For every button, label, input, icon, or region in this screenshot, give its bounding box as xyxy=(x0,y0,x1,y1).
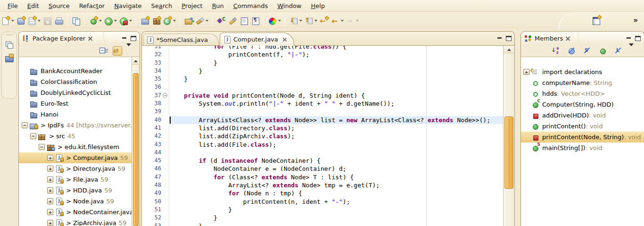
collapse-all-button[interactable] xyxy=(99,46,108,56)
menu-navigate[interactable]: Navigate xyxy=(109,1,146,11)
show-public-button[interactable] xyxy=(598,46,607,56)
member-item-computername[interactable]: computerName : String xyxy=(521,77,644,88)
member-item-hdds[interactable]: hdds : Vector<HDD> xyxy=(521,88,644,99)
tree-item-computer-java[interactable]: +> Computer.java59 xyxy=(19,152,132,163)
tree-item-nodecontainer-java[interactable]: +> NodeContainer.java59 xyxy=(19,207,132,218)
minimize-icon[interactable] xyxy=(627,36,632,41)
tree-item-node-java[interactable]: +> Node.java59 xyxy=(19,196,132,207)
code-line-40[interactable]: ArrayList<Class<? extends Node>> list = … xyxy=(169,116,503,124)
scroll-up-icon[interactable] xyxy=(504,46,514,53)
minimize-icon[interactable] xyxy=(122,36,127,41)
expander-icon[interactable]: + xyxy=(47,176,53,183)
code-line-42[interactable]: list.add(ZipArchiv.class); xyxy=(169,132,503,140)
print-button[interactable] xyxy=(53,15,64,27)
code-line-47[interactable]: for (Class<? extends Node> T : list) { xyxy=(169,173,503,181)
editor-scrollbar[interactable] xyxy=(503,46,514,226)
tree-item-edu-kit-filesystem[interactable]: −> edu.kit.filesystem xyxy=(19,142,132,152)
code-line-45[interactable]: if (d instanceof NodeContainer) { xyxy=(169,157,503,165)
close-icon[interactable] xyxy=(566,36,570,41)
code-line-32[interactable]: printContent(f, "|-"); xyxy=(169,50,503,59)
menu-run[interactable]: Run xyxy=(207,1,229,11)
tree-item-ziparchiv-java[interactable]: +> ZipArchiv.java59 xyxy=(19,218,132,226)
tree-item-src[interactable]: −> src45 xyxy=(19,131,132,142)
view-menu-button[interactable] xyxy=(126,46,136,56)
scroll-up-icon[interactable] xyxy=(132,57,140,65)
members-list[interactable]: +import declarationscomputerName : Strin… xyxy=(521,57,644,226)
next-annotation-button[interactable] xyxy=(288,15,303,27)
sort-button[interactable] xyxy=(551,46,561,56)
search-dropdown-icon[interactable] xyxy=(206,20,208,22)
code-line-52[interactable]: } xyxy=(169,214,503,222)
code-line-31[interactable]: for (File f : hdd.get(File.class)) { xyxy=(169,46,503,50)
menu-window[interactable]: Window xyxy=(272,1,306,11)
debug-dropdown-icon[interactable] xyxy=(99,20,102,22)
new-wizard-button[interactable] xyxy=(0,15,15,27)
tree-item-colorclassification[interactable]: ColorClassification xyxy=(19,76,132,87)
link-with-editor-button[interactable] xyxy=(113,46,122,56)
tree-item-bankaccountreader[interactable]: BankAccountReader xyxy=(19,66,132,76)
restore-views-icon[interactable] xyxy=(4,40,15,51)
code-line-48[interactable]: ArrayList<? extends Node> tmp = e.get(T)… xyxy=(169,181,503,189)
open-element-button[interactable] xyxy=(215,15,227,27)
code-line-34[interactable]: } xyxy=(169,67,503,75)
search-button[interactable] xyxy=(194,15,209,27)
member-item-printcontent[interactable]: printContent() : void xyxy=(521,121,644,132)
minimize-icon[interactable] xyxy=(497,36,503,41)
member-item-printcontent-node-string[interactable]: printContent(Node, String) : void xyxy=(521,132,644,142)
expander-icon[interactable]: + xyxy=(47,187,53,193)
code-line-39[interactable] xyxy=(169,108,503,116)
show-whitespace-button[interactable] xyxy=(249,15,261,27)
expander-icon[interactable]: + xyxy=(47,166,53,172)
menu-commands[interactable]: Commands xyxy=(229,1,273,11)
tree-item-euro-test[interactable]: Euro-Test xyxy=(19,98,132,109)
close-icon[interactable] xyxy=(88,36,93,41)
menu-file[interactable]: File xyxy=(3,1,23,11)
hide-fields-button[interactable] xyxy=(567,46,576,56)
code-line-36[interactable] xyxy=(169,83,503,91)
code-line-51[interactable]: } xyxy=(169,206,503,214)
tree-item-hdd-java[interactable]: +> HDD.java59 xyxy=(19,185,132,196)
java-perspective-icon[interactable] xyxy=(592,16,601,24)
expander-icon[interactable]: − xyxy=(22,122,28,128)
code-line-53[interactable]: } xyxy=(169,222,503,226)
menu-refactor[interactable]: Refactor xyxy=(74,1,110,11)
run-dropdown-icon[interactable] xyxy=(114,20,117,22)
back-button[interactable] xyxy=(330,15,345,27)
view-menu-button[interactable] xyxy=(629,46,638,56)
new-java-class-button[interactable] xyxy=(15,15,26,27)
back-dropdown-icon[interactable] xyxy=(341,20,344,22)
java-browsing-folder-icon[interactable] xyxy=(4,53,15,64)
color-palette-dropdown-icon[interactable] xyxy=(278,20,281,22)
mark-occurrences-button[interactable] xyxy=(227,15,238,27)
tree-item-file-java[interactable]: +> File.java59 xyxy=(19,174,132,185)
member-item-adddrive-hdd[interactable]: addDrive(HDD) : void xyxy=(521,110,644,121)
code-line-44[interactable] xyxy=(169,149,503,157)
show-selected-source-button[interactable] xyxy=(238,15,249,27)
menu-project[interactable]: Project xyxy=(177,1,207,11)
previous-annotation-button[interactable] xyxy=(303,15,318,27)
expander-icon[interactable]: + xyxy=(523,69,529,75)
menu-help[interactable]: Help xyxy=(306,1,330,11)
close-tab-icon[interactable] xyxy=(283,37,287,42)
maximize-icon[interactable] xyxy=(131,36,136,41)
menu-search[interactable]: Search xyxy=(147,1,177,11)
new-element-dropdown-icon[interactable] xyxy=(38,20,41,22)
code-line-50[interactable]: printContent(n, ident + "-"); xyxy=(169,198,503,206)
code-line-33[interactable]: } xyxy=(169,59,503,67)
debug-button[interactable] xyxy=(88,15,103,27)
new-class-button[interactable] xyxy=(162,15,177,27)
document-pair-button[interactable] xyxy=(70,15,82,27)
open-resource-button[interactable] xyxy=(183,15,194,27)
hide-static-button[interactable] xyxy=(582,46,592,56)
maximize-icon[interactable] xyxy=(635,36,641,41)
code-line-41[interactable]: list.add(Directory.class); xyxy=(169,124,503,132)
expander-icon[interactable]: + xyxy=(47,198,53,204)
code-area[interactable]: for (File f : hdd.get(File.class)) { pri… xyxy=(169,46,503,226)
code-line-37[interactable]: private void printContent(Node d, String… xyxy=(169,92,503,100)
expander-icon[interactable]: − xyxy=(39,144,45,150)
expander-icon[interactable]: + xyxy=(47,220,53,226)
tree-item-ipdfs[interactable]: −> IpdFs44 [https://svnserver.i xyxy=(19,120,132,131)
hide-local-button[interactable] xyxy=(613,46,623,56)
previous-annotation-dropdown-icon[interactable] xyxy=(314,20,317,22)
fold-collapse-icon[interactable] xyxy=(163,93,167,98)
